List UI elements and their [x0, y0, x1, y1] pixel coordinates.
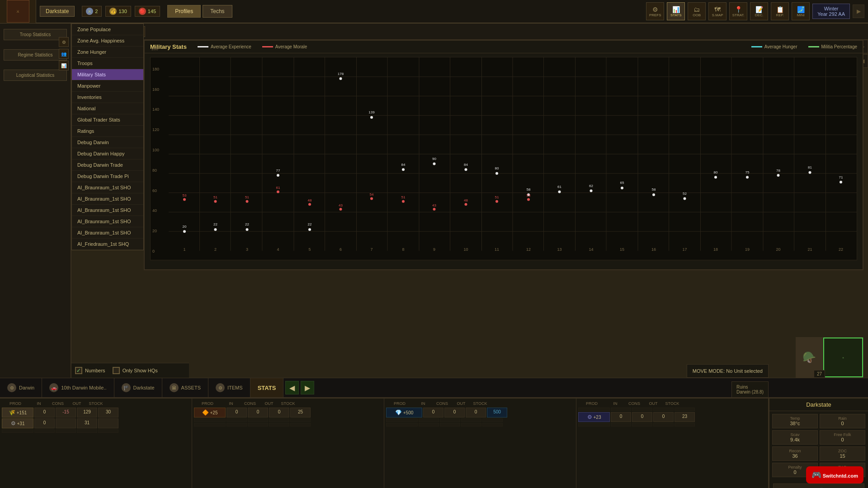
- dropdown-ai-braunraum-3[interactable]: AI_Braunraum_1st SHO: [72, 205, 143, 216]
- show-hqs-checkbox-box[interactable]: [113, 367, 120, 374]
- x-label-18: 18: [713, 247, 718, 251]
- nintendo-badge: 🎮 Switchntd.com: [806, 466, 863, 483]
- grain-icon: 🌾: [9, 409, 15, 416]
- dropdown-debug-darwin-trade-pi[interactable]: Debug Darwin Trade Pi: [72, 171, 143, 182]
- empty-21: [386, 423, 418, 427]
- right-scroll-btn[interactable]: ▶: [301, 381, 314, 394]
- y-label-200: 200: [151, 47, 158, 51]
- dropdown-ratings[interactable]: Ratings: [72, 126, 143, 137]
- dropdown-zone-populace[interactable]: Zone Populace: [72, 24, 143, 35]
- empty-17: [419, 418, 439, 422]
- empty-32: [611, 423, 631, 427]
- legend-morale-label: Average Morale: [275, 44, 307, 49]
- dec-button[interactable]: 📝 DEC.: [750, 2, 768, 20]
- out-header-3: OUT: [452, 400, 470, 407]
- in-header-3: IN: [414, 400, 432, 407]
- darwin-icon: ⚙: [7, 383, 16, 392]
- legend-militia: Militia Percentage: [808, 44, 857, 49]
- ruins-panel: Ruins Darwin (28.8): [731, 381, 769, 398]
- dropdown-ai-braunraum-5[interactable]: AI_Braunraum_1st SHO: [72, 227, 143, 239]
- morale-val-3: 51: [245, 195, 249, 199]
- prod-header-3: PROD: [386, 400, 413, 407]
- water-prod: 💎 +500: [386, 408, 422, 418]
- free-folk-label: Free Folk: [823, 432, 862, 437]
- dropdown-global-trader[interactable]: Global Trader Stats: [72, 114, 143, 126]
- dropdown-manpower[interactable]: Manpower: [72, 80, 143, 92]
- supply-value: 145: [148, 9, 156, 14]
- nintendo-label: Switchntd.com: [823, 473, 858, 479]
- numbers-checkbox[interactable]: ✓ Numbers: [75, 367, 105, 374]
- prefs-button[interactable]: ⚙ PREFS: [646, 2, 664, 20]
- morale-dot-12: [527, 198, 530, 201]
- rep-label: REP.: [776, 13, 784, 17]
- numbers-checkbox-box[interactable]: ✓: [75, 367, 82, 374]
- dropdown-troops[interactable]: Troops: [72, 58, 143, 69]
- dropdown-ai-braunraum-1[interactable]: AI_Braunraum_1st SHO: [72, 182, 143, 193]
- darkstate-icon: 🏴: [122, 383, 131, 392]
- ore-in: 0: [226, 408, 247, 418]
- exp-dot-11: [495, 172, 498, 175]
- stats-button[interactable]: 📊 STATS: [667, 2, 685, 20]
- bottom-count: 27: [814, 370, 825, 378]
- morale-dot-3: [246, 200, 249, 203]
- exp-dot-5: [308, 228, 311, 231]
- profiles-tab[interactable]: Profiles: [167, 5, 201, 18]
- empty-25: [482, 423, 503, 427]
- stock-header-2: STOCK: [279, 400, 297, 407]
- oob-button[interactable]: 🗂 OOB: [688, 2, 706, 20]
- dropdown-military-stats[interactable]: Military Stats: [72, 69, 143, 80]
- dropdown-debug-darwin-happy[interactable]: Debug Darwin Happy: [72, 148, 143, 160]
- logistical-stats-button[interactable]: Logistical Statistics: [4, 70, 67, 81]
- resource-header-2: PROD IN CONS OUT STOCK: [194, 400, 382, 407]
- dropdown-inventories[interactable]: Inventories: [72, 92, 143, 103]
- show-hqs-checkbox[interactable]: Only Show HQs: [113, 367, 158, 374]
- bottom-tab-assets[interactable]: 🏛 ASSETS: [162, 378, 208, 397]
- top-right-buttons: ⚙ PREFS 📊 STATS 🗂 OOB 🗺 S.MAP 📍 STRAT. 📝…: [646, 2, 864, 20]
- dec-label: DEC.: [755, 13, 764, 17]
- right-arrow[interactable]: ▶: [853, 5, 864, 18]
- show-hqs-label: Only Show HQs: [123, 368, 158, 373]
- x-label-14: 14: [589, 247, 594, 251]
- sidebar-icon-3[interactable]: 📊: [59, 61, 69, 70]
- regime-stats-button[interactable]: Regime Statistics: [4, 49, 67, 61]
- techs-tab[interactable]: Techs: [203, 5, 232, 18]
- smap-button[interactable]: 🗺 S.MAP: [708, 2, 726, 20]
- dropdown-debug-darwin[interactable]: Debug Darwin: [72, 137, 143, 148]
- legend-hunger-line: [751, 46, 762, 47]
- gear-prod: ⚙ +31: [2, 418, 33, 428]
- stats-panel: Military Stats Average Experience Averag…: [144, 40, 863, 270]
- bottom-tab-10th[interactable]: 🚗 10th Darwin Mobile..: [42, 378, 114, 397]
- strat-button[interactable]: 📍 STRAT.: [729, 2, 747, 20]
- empty-24: [461, 423, 481, 427]
- empty-20: [482, 418, 503, 422]
- x-label-3: 3: [246, 247, 248, 251]
- dropdown-zone-happiness[interactable]: Zone Avg. Happiness: [72, 35, 143, 47]
- sidebar-icon-2[interactable]: 👥: [59, 49, 69, 59]
- soldiers-value: 2: [95, 9, 98, 14]
- bottom-tab-items[interactable]: ⚙ ITEMS: [208, 378, 250, 397]
- morale-val-4: 61: [276, 186, 280, 190]
- bottom-tab-darkstate[interactable]: 🏴 Darkstate: [114, 378, 162, 397]
- x-label-20: 20: [776, 247, 780, 251]
- dropdown-ai-friedraum[interactable]: AI_Friedraum_1st SHQ: [72, 239, 143, 250]
- dropdown-zone-hunger[interactable]: Zone Hunger: [72, 47, 143, 58]
- exp-val-21: 81: [808, 165, 812, 169]
- rep-button[interactable]: 📋 REP.: [771, 2, 789, 20]
- bottom-stats-tab: STATS: [250, 378, 284, 397]
- morale-dot-6: [340, 208, 342, 211]
- dropdown-debug-darwin-trade[interactable]: Debug Darwin Trade: [72, 160, 143, 171]
- left-scroll-btn[interactable]: ◀: [285, 381, 299, 394]
- bottom-tab-darwin[interactable]: ⚙ Darwin: [0, 378, 42, 397]
- dropdown-ai-braunraum-4[interactable]: AI_Braunraum_1st SHO: [72, 216, 143, 227]
- prod-header-2: PROD: [194, 400, 221, 407]
- dropdown-ai-braunraum-2[interactable]: AI_Braunraum_1st SHO: [72, 193, 143, 205]
- water-cons: 0: [444, 408, 465, 418]
- move-mode-panel: MOVE MODE: No Unit selected: [687, 364, 769, 378]
- in-header-4: IN: [606, 400, 624, 407]
- dropdown-national[interactable]: National: [72, 103, 143, 114]
- sidebar-icon-1[interactable]: ⚙: [59, 37, 69, 47]
- exp-dot-13: [558, 190, 561, 193]
- troop-stats-button[interactable]: Troop Statistics: [4, 29, 67, 40]
- exp-dot-10: [465, 168, 467, 171]
- mini-button[interactable]: 🗾 MINI: [792, 2, 810, 20]
